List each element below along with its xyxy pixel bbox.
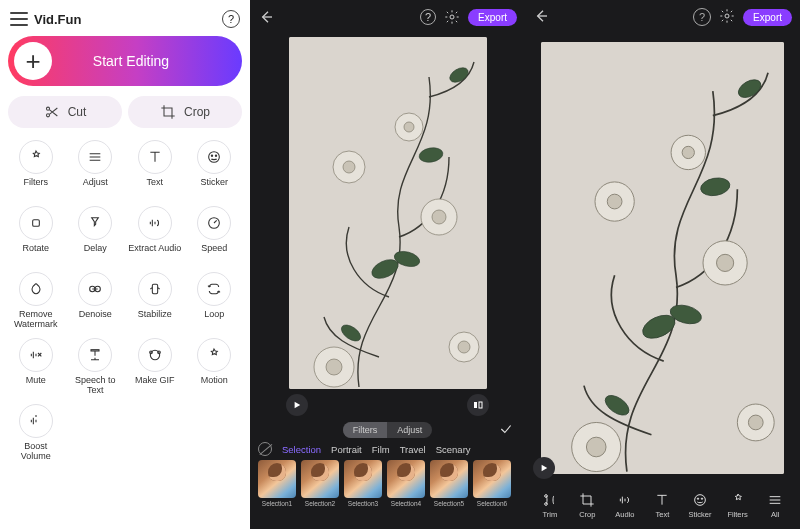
tool-grid: FiltersAdjustTextStickerRotateDelayExtra… xyxy=(6,140,244,464)
svg-point-26 xyxy=(404,122,414,132)
back-icon[interactable] xyxy=(258,9,274,25)
tool-motion[interactable]: Motion xyxy=(187,338,243,398)
no-filter-icon[interactable] xyxy=(258,442,272,456)
app-root: Vid.Fun ? + Start Editing Cut Crop Filte… xyxy=(0,0,800,529)
settings-icon[interactable] xyxy=(444,9,460,25)
tool-stabilize[interactable]: Stabilize xyxy=(127,272,183,332)
scissors-icon xyxy=(44,104,60,120)
bottom-crop-button[interactable]: Crop xyxy=(570,492,604,519)
extract-audio-icon xyxy=(138,206,172,240)
home-panel: Vid.Fun ? + Start Editing Cut Crop Filte… xyxy=(0,0,250,529)
help-icon[interactable]: ? xyxy=(693,8,711,26)
thumb-image xyxy=(473,460,511,498)
tool-text[interactable]: Text xyxy=(127,140,183,200)
thumb-image xyxy=(430,460,468,498)
main-preview xyxy=(525,34,800,481)
tool-rotate[interactable]: Rotate xyxy=(8,206,64,266)
main-editor-panel: ? Export xyxy=(525,0,800,529)
tool-mute[interactable]: Mute xyxy=(8,338,64,398)
export-button[interactable]: Export xyxy=(468,9,517,26)
make-gif-icon xyxy=(138,338,172,372)
cut-button[interactable]: Cut xyxy=(8,96,122,128)
tool-make-gif[interactable]: Make GIF xyxy=(127,338,183,398)
thumb-image xyxy=(344,460,382,498)
filter-thumb-selection6[interactable]: Selection6 xyxy=(473,460,511,507)
seg-adjust[interactable]: Adjust xyxy=(387,422,432,438)
svg-point-54 xyxy=(701,498,702,499)
tool-loop[interactable]: Loop xyxy=(187,272,243,332)
svg-point-41 xyxy=(717,254,734,271)
bottom-label: Sticker xyxy=(689,510,712,519)
svg-point-49 xyxy=(748,415,763,430)
tool-sticker[interactable]: Sticker xyxy=(187,140,243,200)
filter-thumb-selection4[interactable]: Selection4 xyxy=(387,460,425,507)
category-travel[interactable]: Travel xyxy=(400,444,426,455)
tool-speed[interactable]: Speed xyxy=(187,206,243,266)
tool-label: Text xyxy=(146,178,163,188)
adjust-icon xyxy=(78,140,112,174)
crop-button[interactable]: Crop xyxy=(128,96,242,128)
back-icon[interactable] xyxy=(533,8,549,26)
filters-adjust-segment[interactable]: Filters Adjust xyxy=(343,422,433,438)
help-icon[interactable]: ? xyxy=(222,10,240,28)
plus-icon: + xyxy=(14,42,52,80)
svg-point-4 xyxy=(216,155,217,156)
bottom-filters-button[interactable]: Filters xyxy=(721,492,755,519)
svg-point-1 xyxy=(46,114,49,117)
category-scenary[interactable]: Scenary xyxy=(436,444,471,455)
motion-icon xyxy=(197,338,231,372)
tool-label: Filters xyxy=(24,178,49,188)
boost-volume-icon xyxy=(19,404,53,438)
tool-delay[interactable]: Delay xyxy=(68,206,124,266)
compare-button[interactable] xyxy=(467,394,489,416)
svg-point-0 xyxy=(46,107,49,110)
tool-denoise[interactable]: Denoise xyxy=(68,272,124,332)
start-editing-button[interactable]: + Start Editing xyxy=(8,36,242,86)
tool-adjust[interactable]: Adjust xyxy=(68,140,124,200)
category-film[interactable]: Film xyxy=(372,444,390,455)
loop-icon xyxy=(197,272,231,306)
tool-filters[interactable]: Filters xyxy=(8,140,64,200)
play-button[interactable] xyxy=(286,394,308,416)
menu-icon[interactable] xyxy=(10,12,28,26)
bottom-sticker-button[interactable]: Sticker xyxy=(683,492,717,519)
svg-rect-5 xyxy=(32,220,39,227)
seg-filters[interactable]: Filters xyxy=(343,422,388,438)
category-selection[interactable]: Selection xyxy=(282,444,321,455)
confirm-icon[interactable] xyxy=(499,422,513,438)
tool-label: Extract Audio xyxy=(128,244,181,254)
tool-label: Stabilize xyxy=(138,310,172,320)
filter-thumb-selection1[interactable]: Selection1 xyxy=(258,460,296,507)
bottom-audio-button[interactable]: Audio xyxy=(608,492,642,519)
tool-label: Mute xyxy=(26,376,46,386)
thumb-image xyxy=(258,460,296,498)
rotate-icon xyxy=(19,206,53,240)
tool-label: Motion xyxy=(201,376,228,386)
filter-thumb-selection2[interactable]: Selection2 xyxy=(301,460,339,507)
bottom-trim-button[interactable]: Trim xyxy=(533,492,567,519)
bottom-all-button[interactable]: All xyxy=(758,492,792,519)
tool-remove-watermark[interactable]: Remove Watermark xyxy=(8,272,64,332)
filter-thumb-selection5[interactable]: Selection5 xyxy=(430,460,468,507)
filter-thumb-selection3[interactable]: Selection3 xyxy=(344,460,382,507)
category-portrait[interactable]: Portrait xyxy=(331,444,362,455)
tool-extract-audio[interactable]: Extract Audio xyxy=(127,206,183,266)
bottom-text-button[interactable]: Text xyxy=(645,492,679,519)
svg-point-28 xyxy=(326,359,342,375)
tool-speech-to-text[interactable]: Speech to Text xyxy=(68,338,124,398)
bottom-toolbar: TrimCropAudioTextStickerFiltersAll xyxy=(525,481,800,529)
preview-image xyxy=(289,37,487,389)
svg-rect-10 xyxy=(91,350,99,351)
filters-icon xyxy=(730,492,746,508)
play-button[interactable] xyxy=(533,457,555,479)
speed-icon xyxy=(197,206,231,240)
export-button[interactable]: Export xyxy=(743,9,792,26)
tool-label: Boost Volume xyxy=(9,442,63,462)
tool-label: Speech to Text xyxy=(68,376,122,396)
tool-boost-volume[interactable]: Boost Volume xyxy=(8,404,64,464)
crop-label: Crop xyxy=(184,105,210,119)
crop-icon xyxy=(579,492,595,508)
settings-icon[interactable] xyxy=(719,8,735,26)
svg-point-47 xyxy=(586,437,606,457)
help-icon[interactable]: ? xyxy=(420,9,436,25)
